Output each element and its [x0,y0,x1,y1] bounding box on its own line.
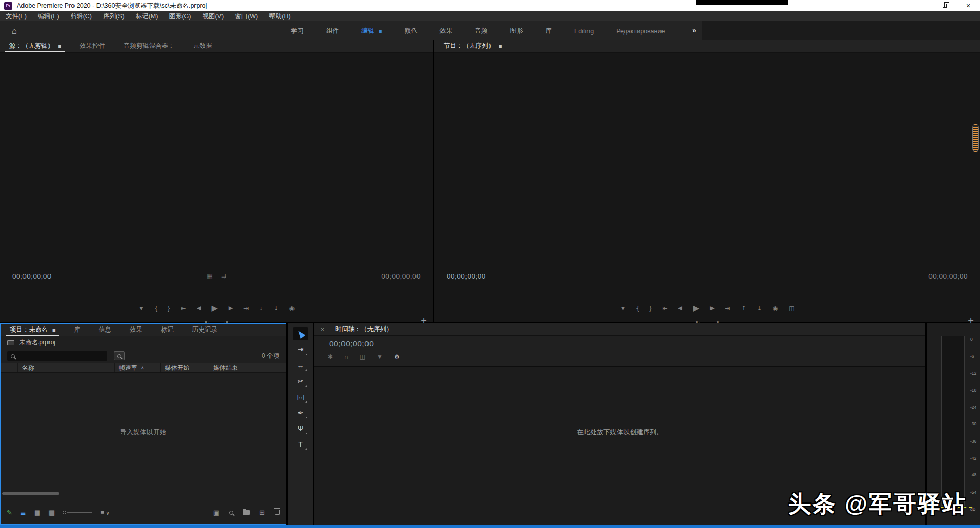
new-item-icon[interactable]: ⊞ [259,509,265,516]
workspace-menu-icon[interactable]: ≡ [379,28,382,34]
panel-menu-icon[interactable]: ≡ [499,43,502,49]
play-icon[interactable]: ▶ [693,303,699,313]
type-tool[interactable]: T [293,438,308,451]
workspace-tab-learning[interactable]: 学习 [280,27,315,35]
workspace-tab-effects[interactable]: 效果 [428,27,463,35]
workspace-tab-graphics[interactable]: 图形 [499,27,534,35]
linked-selection-icon[interactable]: ◫ [360,353,365,360]
column-name[interactable]: 名称 [18,363,115,372]
step-forward-icon[interactable]: ▶ [229,305,233,311]
tab-program[interactable]: 节目：（无序列） ≡ [434,40,511,52]
find-icon[interactable] [229,509,233,516]
track-select-forward-tool[interactable]: ⇥ [293,343,308,356]
workspace-tab-audio[interactable]: 音频 [463,27,499,35]
freeform-view-icon[interactable]: ▤ [48,509,55,516]
mark-out-icon[interactable]: } [168,305,170,312]
tab-source[interactable]: 源：（无剪辑） ≡ [0,40,70,52]
zoom-slider-handle[interactable] [63,511,66,514]
menu-graphics[interactable]: 图形(G) [163,12,197,21]
workspace-tab-libraries[interactable]: 库 [534,27,563,35]
mark-in-icon[interactable]: { [155,305,157,312]
close-panel-icon[interactable]: × [314,326,326,333]
ripple-edit-tool[interactable]: ↔ [293,359,308,372]
menu-help[interactable]: 帮助(H) [263,12,296,21]
tab-audio-clip-mixer[interactable]: 音频剪辑混合器： [114,40,184,52]
insert-icon[interactable]: ↓ [259,305,262,312]
tab-effects[interactable]: 效果 [120,324,152,336]
workspace-tab-editing-en[interactable]: Editing [563,28,605,35]
export-frame-icon[interactable]: ◉ [773,305,778,312]
workspace-tab-editing-active[interactable]: 编辑 ≡ [350,27,393,35]
step-forward-icon[interactable]: ▶ [710,305,714,311]
workspace-tab-color[interactable]: 颜色 [393,27,428,35]
overwrite-icon[interactable]: ↧ [273,305,278,312]
comparison-view-icon[interactable]: ◫ [789,305,794,312]
zoom-slider[interactable] [63,511,92,514]
play-icon[interactable]: ▶ [212,303,218,313]
insert-overwrite-nest-icon[interactable]: ✱ [328,353,333,360]
add-marker-icon[interactable]: ▼ [620,305,626,312]
column-media-start[interactable]: 媒体开始 [161,363,209,372]
snap-magnet-icon[interactable]: ∩ [344,353,349,360]
workspace-tab-assembly[interactable]: 组件 [315,27,350,35]
mark-in-icon[interactable]: { [636,305,639,312]
project-writable-icon[interactable]: ✎ [7,509,12,516]
workspace-overflow-icon[interactable]: » [692,26,696,34]
panel-menu-icon[interactable]: ≡ [52,327,55,333]
panel-menu-icon[interactable]: ≡ [58,43,61,49]
selection-tool[interactable] [293,327,308,340]
close-button[interactable]: ✕ [957,0,980,11]
hidden-panel-drawer-handle[interactable] [972,124,979,152]
workspace-tab-editing-ru[interactable]: Редактирование [605,28,676,35]
razor-tool[interactable]: ✂ [293,374,308,388]
icon-view-icon[interactable]: ▦ [34,509,40,516]
menu-sequence[interactable]: 序列(S) [97,12,130,21]
menu-markers[interactable]: 标记(M) [130,12,164,21]
slip-tool[interactable]: |↔| [293,390,308,404]
tab-info[interactable]: 信息 [89,324,120,336]
find-button[interactable] [114,351,125,360]
search-input[interactable] [7,351,107,361]
go-to-out-icon[interactable]: ⇥ [243,305,249,312]
tab-markers[interactable]: 标记 [152,324,183,336]
tab-effect-controls[interactable]: 效果控件 [70,40,114,52]
menu-window[interactable]: 窗口(W) [229,12,263,21]
tab-libraries[interactable]: 库 [64,324,89,336]
home-icon[interactable]: ⌂ [7,25,21,37]
go-to-in-icon[interactable]: ⇤ [181,305,186,312]
list-view-icon[interactable]: ≣ [20,509,26,516]
menu-clip[interactable]: 剪辑(C) [65,12,97,21]
menu-file[interactable]: 文件(F) [0,12,32,21]
tab-history[interactable]: 历史记录 [183,324,227,336]
panel-menu-icon[interactable]: ≡ [397,326,400,333]
lift-icon[interactable]: ↥ [741,305,746,312]
zoom-level-select-icon[interactable]: ▦ [207,272,212,280]
pen-tool[interactable]: ✒ [293,406,308,419]
hand-tool[interactable]: Ψ [293,422,308,435]
sort-icons-icon[interactable]: ≡ ∨ [100,509,109,516]
menu-edit[interactable]: 编辑(E) [32,12,65,21]
restore-button[interactable] [933,0,957,11]
go-to-out-icon[interactable]: ⇥ [725,305,730,312]
clear-trash-icon[interactable] [275,509,280,516]
horizontal-scrollbar[interactable] [2,492,59,495]
column-frame-rate[interactable]: 帧速率 ∧ [115,363,161,372]
go-to-in-icon[interactable]: ⇤ [662,305,667,312]
new-bin-icon[interactable] [243,509,250,516]
minimize-button[interactable] [910,0,933,11]
automate-to-sequence-icon[interactable]: ▣ [213,509,219,516]
step-back-icon[interactable]: ◀ [678,305,682,311]
monitor-settings-icon[interactable]: ⇉ [221,272,226,280]
tab-timeline[interactable]: 时间轴：（无序列） ≡ [326,323,409,335]
step-back-icon[interactable]: ◀ [197,305,201,311]
tab-metadata[interactable]: 元数据 [184,40,222,52]
timeline-settings-wrench-icon[interactable]: ⚙ [394,353,400,360]
add-marker-icon[interactable]: ▼ [377,353,383,360]
extract-icon[interactable]: ↧ [757,305,762,312]
column-media-end[interactable]: 媒体结束 [209,363,286,372]
add-marker-icon[interactable]: ▼ [138,305,144,312]
mark-out-icon[interactable]: } [649,305,651,312]
menu-view[interactable]: 视图(V) [197,12,229,21]
export-frame-icon[interactable]: ◉ [289,305,294,312]
tab-project[interactable]: 项目：未命名 ≡ [1,324,64,336]
